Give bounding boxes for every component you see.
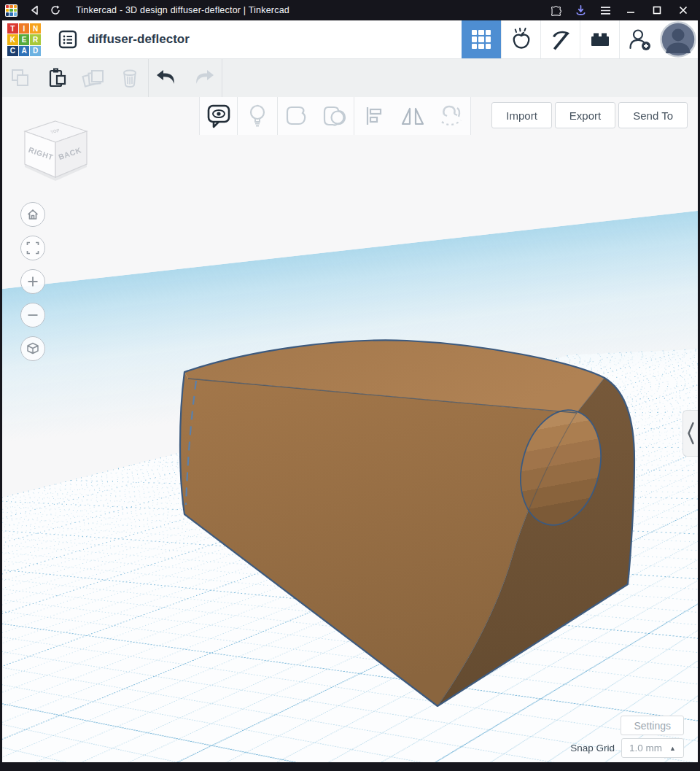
plus-icon: [26, 275, 39, 288]
magnet-snap-button[interactable]: [433, 97, 470, 135]
sim-lab-button[interactable]: [501, 20, 540, 58]
logo-tile: E: [19, 34, 30, 44]
logo-tile: C: [7, 46, 18, 56]
snap-grid-select[interactable]: 1.0 mm ▲: [621, 738, 684, 758]
snap-grid-label: Snap Grid: [570, 743, 615, 753]
minimize-icon: [626, 6, 635, 15]
grid-icon: [472, 30, 491, 49]
titlebar: Tinkercad - 3D design diffuser-deflector…: [0, 0, 700, 20]
export-button[interactable]: Export: [555, 102, 615, 128]
bulb-icon: [246, 104, 268, 128]
logo-tile: I: [19, 23, 30, 34]
viewport-3d[interactable]: Import Export Send To RIGHT BACK TOP: [2, 97, 698, 762]
undo-icon: [155, 67, 179, 89]
solid-shape-button[interactable]: [279, 97, 315, 135]
tinkercad-logo[interactable]: T I N K E R C A D: [7, 23, 41, 56]
minecraft-export-button[interactable]: [540, 20, 580, 58]
maximize-icon: [653, 6, 661, 15]
chevron-left-icon: [686, 419, 695, 448]
design-menu-icon: [58, 30, 77, 49]
menu-button[interactable]: [595, 2, 615, 18]
toolbar-separator: [222, 59, 222, 97]
caret-up-icon: ▲: [669, 745, 676, 752]
show-all-button[interactable]: [201, 97, 237, 135]
minus-icon: [26, 309, 39, 322]
logo-tile: R: [30, 34, 41, 44]
duplicate-icon: [81, 66, 106, 90]
back-icon: [30, 5, 40, 15]
lego-brick-icon: [588, 28, 612, 51]
settings-button[interactable]: Settings: [621, 716, 684, 735]
minimize-button[interactable]: [620, 2, 642, 18]
extensions-button[interactable]: [545, 2, 566, 18]
magnet-icon: [439, 104, 464, 128]
logo-tile: D: [30, 46, 41, 56]
dashboard-tile-button[interactable]: [462, 20, 501, 58]
mirror-button[interactable]: [394, 97, 431, 135]
redo-button[interactable]: [185, 59, 222, 97]
browser-window: Tinkercad - 3D design diffuser-deflector…: [0, 0, 700, 771]
hole-shape-icon: [322, 105, 347, 127]
pickaxe-icon: [549, 28, 572, 51]
workplane-grid: [2, 204, 698, 762]
close-icon: [679, 6, 688, 15]
close-button[interactable]: [672, 2, 694, 18]
fit-view-button[interactable]: [20, 236, 45, 260]
zoom-in-button[interactable]: [20, 269, 45, 294]
download-icon: [575, 5, 586, 16]
back-button[interactable]: [25, 2, 45, 18]
edit-toolbar: [2, 59, 698, 97]
downloads-button[interactable]: [570, 2, 591, 18]
paste-button[interactable]: [39, 59, 75, 97]
app-header: T I N K E R C A D diffuser-deflector: [2, 20, 698, 59]
home-icon: [26, 208, 39, 221]
delete-button[interactable]: [112, 59, 148, 97]
logo-tile: T: [7, 23, 18, 34]
duplicate-button[interactable]: [75, 59, 112, 97]
snap-grid-control: Snap Grid 1.0 mm ▲: [570, 738, 684, 758]
file-actions: Import Export Send To: [491, 102, 688, 128]
fit-view-icon: [26, 241, 39, 255]
redo-icon: [191, 67, 216, 89]
undo-button[interactable]: [149, 59, 185, 97]
paste-icon: [45, 66, 69, 90]
send-to-button[interactable]: Send To: [618, 102, 688, 128]
eye-bubble-icon: [206, 103, 231, 129]
view-toolbar: [199, 97, 471, 135]
window-title: Tinkercad - 3D design diffuser-deflector…: [76, 5, 289, 15]
align-button[interactable]: [356, 97, 392, 135]
reload-icon: [50, 5, 61, 15]
maximize-button[interactable]: [646, 2, 668, 18]
falling-apple-icon: [510, 28, 533, 51]
design-menu-button[interactable]: [58, 30, 77, 49]
snap-grid-value: 1.0 mm: [629, 743, 662, 753]
shapes-panel-expand-tab[interactable]: [682, 410, 698, 457]
camera-controls: [20, 202, 45, 361]
logo-tile: K: [7, 34, 18, 44]
logo-tile: N: [30, 23, 41, 34]
zoom-out-button[interactable]: [20, 303, 45, 328]
light-view-button[interactable]: [239, 97, 276, 135]
account-avatar-button[interactable]: [658, 20, 698, 58]
extensions-icon: [551, 5, 561, 16]
avatar: [660, 21, 696, 58]
reload-button[interactable]: [45, 2, 66, 18]
logo-tile: A: [19, 46, 30, 56]
bricks-export-button[interactable]: [580, 20, 619, 58]
trash-icon: [118, 66, 141, 90]
workplane: [2, 97, 698, 762]
page-title[interactable]: diffuser-deflector: [88, 32, 190, 47]
mirror-icon: [400, 105, 425, 127]
hamburger-icon: [600, 6, 611, 15]
view-cube[interactable]: RIGHT BACK TOP: [22, 119, 90, 187]
align-icon: [363, 105, 385, 127]
hole-shape-button[interactable]: [316, 97, 353, 135]
add-user-icon: [627, 27, 652, 52]
import-button[interactable]: Import: [491, 102, 552, 128]
copy-button[interactable]: [2, 59, 39, 97]
perspective-cube-icon: [26, 341, 40, 356]
home-view-button[interactable]: [20, 202, 45, 227]
tinkercad-favicon: [5, 4, 18, 17]
perspective-toggle-button[interactable]: [20, 336, 45, 361]
invite-button[interactable]: [619, 20, 658, 58]
